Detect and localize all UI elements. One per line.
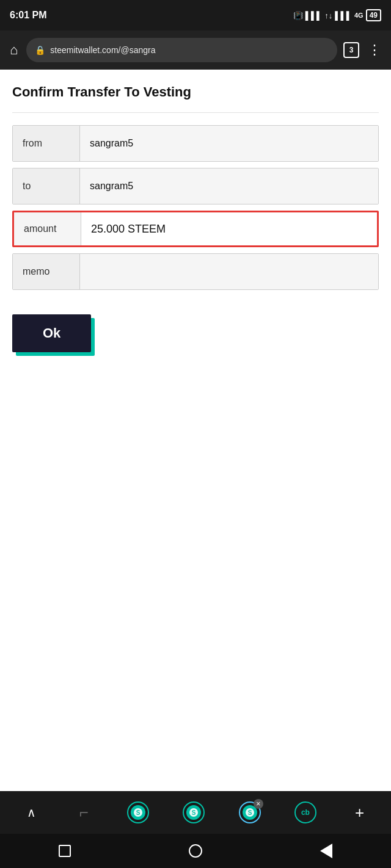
nav-page-icon[interactable]: ⌐ xyxy=(75,798,93,827)
divider xyxy=(12,112,379,113)
data-icon: ↑↓ xyxy=(324,11,332,20)
to-field-row: to sangram5 xyxy=(12,168,379,204)
status-time: 6:01 PM xyxy=(10,10,46,21)
url-bar[interactable]: 🔒 steemitwallet.com/@sangra xyxy=(26,38,337,62)
cb-icon[interactable]: cb xyxy=(294,801,316,823)
lock-icon: 🔒 xyxy=(35,45,45,55)
steem-logo-1: S xyxy=(133,808,143,817)
memo-field-row: memo xyxy=(12,253,379,290)
tab-icon-3-active[interactable]: S xyxy=(239,801,261,823)
url-text: steemitwallet.com/@sangra xyxy=(50,45,329,55)
vibrate-icon: 📳 xyxy=(293,11,303,20)
memo-value xyxy=(80,254,378,289)
to-label: to xyxy=(13,168,80,204)
signal-4g-icon: ▌▌▌ xyxy=(335,11,352,20)
ok-button[interactable]: Ok xyxy=(12,314,91,352)
back-button[interactable] xyxy=(320,844,332,858)
amount-label: amount xyxy=(14,212,81,245)
from-field-row: from sangram5 xyxy=(12,125,379,162)
amount-value: 25.000 STEEM xyxy=(81,212,377,245)
home-button[interactable] xyxy=(189,844,202,858)
tab-count[interactable]: 3 xyxy=(343,42,359,58)
status-bar: 6:01 PM 📳 ▌▌▌ ↑↓ ▌▌▌ 4G 49 xyxy=(0,0,391,31)
to-value: sangram5 xyxy=(80,168,378,204)
browser-bar: ⌂ 🔒 steemitwallet.com/@sangra 3 ⋮ xyxy=(0,31,391,70)
add-tab-button[interactable]: + xyxy=(350,801,369,825)
ok-button-wrapper: Ok xyxy=(12,314,91,352)
recents-button[interactable] xyxy=(59,845,71,857)
home-icon[interactable]: ⌂ xyxy=(7,40,20,60)
page-content: Confirm Transfer To Vesting from sangram… xyxy=(0,70,391,791)
memo-label: memo xyxy=(13,254,80,289)
menu-icon[interactable]: ⋮ xyxy=(365,40,384,60)
steem-logo-3: S xyxy=(245,808,255,817)
tab-icon-2-inner: S xyxy=(186,805,201,820)
system-nav xyxy=(0,834,391,868)
tab-icon-3-inner: S xyxy=(243,805,257,820)
status-icons: 📳 ▌▌▌ ↑↓ ▌▌▌ 4G 49 xyxy=(293,9,381,21)
svg-text:S: S xyxy=(136,809,141,816)
steem-logo-2: S xyxy=(189,808,199,817)
svg-text:S: S xyxy=(247,809,252,816)
tab-icon-1-inner: S xyxy=(131,805,145,820)
bottom-nav: ∧ ⌐ S S S cb + xyxy=(0,791,391,834)
tab-icon-2[interactable]: S xyxy=(183,801,205,823)
amount-field-row: amount 25.000 STEEM xyxy=(12,211,379,247)
page-title: Confirm Transfer To Vesting xyxy=(12,84,379,100)
nav-up-icon[interactable]: ∧ xyxy=(22,800,41,825)
tab-icon-1[interactable]: S xyxy=(127,801,149,823)
battery-level: 49 xyxy=(366,9,381,21)
from-value: sangram5 xyxy=(80,126,378,161)
4g-label: 4G xyxy=(354,12,364,19)
signal-icon: ▌▌▌ xyxy=(305,11,323,20)
svg-text:S: S xyxy=(192,809,196,816)
from-label: from xyxy=(13,126,80,161)
